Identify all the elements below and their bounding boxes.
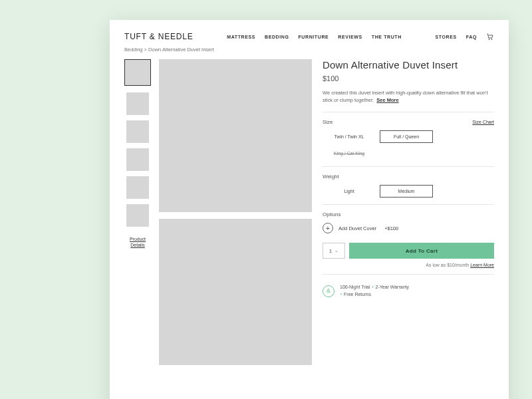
financing-note: As low as $10/month Learn More [323,263,494,267]
weight-option-medium[interactable]: Medium [380,185,433,198]
options-label: Options [323,211,341,217]
addon-option[interactable]: + Add Duvet Cover +$100 [323,223,494,233]
breadcrumb[interactable]: Bedding > Down Alternative Duvet Insert [124,47,494,53]
product-price: $100 [323,74,494,82]
size-options-row-1: Twin / Twin XL Full / Queen [323,130,494,143]
cart-row: 1 ⌄ Add To Cart [323,243,494,259]
weight-label: Weight [323,174,339,180]
product-content: Product Details Down Alternative Duvet I… [124,59,494,365]
size-options-row-2: King / Cal King [323,147,494,160]
secondary-nav: STORES FAQ [436,33,494,41]
size-option-twin[interactable]: Twin / Twin XL [323,130,376,143]
thumbnail-6[interactable] [126,204,149,227]
svg-point-1 [491,39,492,39]
add-to-cart-button[interactable]: Add To Cart [349,243,494,259]
divider [323,204,494,205]
nav-faq[interactable]: FAQ [466,35,477,39]
nav-the-truth[interactable]: THE TRUTH [372,35,402,39]
main-image-1[interactable] [159,59,312,212]
main-image-2[interactable] [159,219,312,365]
nav-stores[interactable]: STORES [436,35,457,39]
addon-price: +$100 [384,225,398,231]
size-label: Size [323,119,333,125]
size-option-king: King / Cal King [323,147,376,160]
chevron-down-icon: ⌄ [334,248,338,253]
divider [323,274,494,275]
thumbnail-5[interactable] [126,176,149,199]
weight-option-light[interactable]: Light [323,185,376,198]
thumbnail-1[interactable] [124,59,151,86]
nav-bedding[interactable]: BEDDING [265,35,289,39]
product-description: We created this duvet insert with high-q… [323,89,494,104]
quantity-select[interactable]: 1 ⌄ [323,243,345,259]
thumbnail-3[interactable] [126,120,149,143]
nav-reviews[interactable]: REVIEWS [338,35,362,39]
product-title: Down Alternative Duvet Insert [323,59,494,72]
thumbnail-4[interactable] [126,148,149,171]
options-section-head: Options [323,211,494,217]
primary-nav: MATTRESS BEDDING FURNITURE REVIEWS THE T… [227,35,402,39]
cart-icon[interactable] [486,33,494,41]
thumbnail-rail: Product Details [124,59,151,365]
financing-learn-more-link[interactable]: Learn More [470,263,494,267]
divider [323,112,494,112]
size-section-head: Size Size Chart [323,119,494,125]
addon-label: Add Duvet Cover [338,225,376,231]
nav-mattress[interactable]: MATTRESS [227,35,255,39]
brand-logo[interactable]: TUFT & NEEDLE [124,32,194,41]
image-column [159,59,312,365]
product-details: Down Alternative Duvet Insert $100 We cr… [320,59,494,365]
guarantee-badges: & 100-Night Trial + 2-Year Warranty + Fr… [323,284,494,298]
thumbnail-2[interactable] [126,92,149,115]
site-header: TUFT & NEEDLE MATTRESS BEDDING FURNITURE… [124,32,494,41]
product-page: TUFT & NEEDLE MATTRESS BEDDING FURNITURE… [110,20,509,399]
svg-point-0 [489,39,489,39]
weight-section-head: Weight [323,174,494,180]
plus-icon: + [323,223,333,233]
product-details-link[interactable]: Product Details [130,236,146,248]
size-chart-link[interactable]: Size Chart [472,120,494,124]
weight-options-row: Light Medium [323,185,494,198]
size-option-full-queen[interactable]: Full / Queen [380,130,433,143]
ampersand-icon: & [323,285,334,297]
divider [323,166,494,167]
nav-furniture[interactable]: FURNITURE [298,35,329,39]
see-more-link[interactable]: See More [376,97,398,103]
